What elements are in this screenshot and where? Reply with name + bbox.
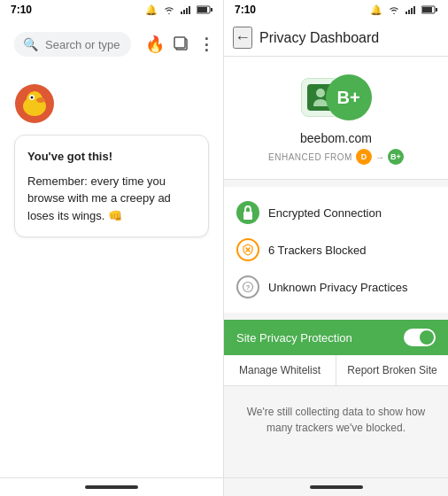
svg-text:?: ?: [246, 283, 251, 291]
chat-greeting: You've got this!: [27, 148, 196, 166]
grade-to: B+: [388, 149, 404, 165]
encrypted-text: Encrypted Connection: [268, 206, 382, 220]
status-bar: 7:10 🔔 7:10 🔔: [0, 0, 448, 19]
duck-logo: [14, 83, 55, 124]
unknown-text: Unknown Privacy Practices: [268, 281, 408, 294]
search-bar[interactable]: 🔍: [14, 32, 131, 57]
svg-rect-8: [408, 10, 410, 14]
trackers-text: 6 Trackers Blocked: [268, 244, 367, 257]
toggle-knob: [420, 330, 434, 345]
left-time: 7:10: [11, 4, 32, 16]
svg-rect-0: [181, 12, 182, 14]
enhanced-row: ENHANCED FROM D → B+: [268, 149, 404, 165]
trackers-icon: [236, 238, 259, 261]
right-status-bar: 7:10 🔔: [224, 0, 448, 19]
svg-rect-13: [436, 8, 437, 12]
privacy-item-unknown: ? Unknown Privacy Practices: [224, 268, 448, 306]
question-icon: ?: [242, 281, 254, 293]
svg-rect-10: [413, 6, 415, 14]
svg-rect-5: [197, 7, 207, 12]
right-status-icons: 🔔: [370, 4, 437, 16]
more-options-button[interactable]: ⋮: [197, 33, 216, 56]
chat-area: You've got this! Remember: every time yo…: [0, 69, 223, 477]
svg-rect-9: [411, 8, 413, 14]
privacy-content: B+ beebom.com ENHANCED FROM D → B+: [224, 57, 448, 477]
chat-bubble: You've got this! Remember: every time yo…: [14, 135, 209, 237]
site-name: beebom.com: [300, 131, 372, 145]
right-header: ← Privacy Dashboard: [224, 19, 448, 57]
fire-icon-button[interactable]: 🔥: [143, 33, 166, 56]
site-protection-row[interactable]: Site Privacy Protection: [224, 320, 448, 355]
manage-whitelist-button[interactable]: Manage Whitelist: [224, 355, 336, 385]
unknown-icon: ?: [236, 275, 259, 298]
left-status-bar: 7:10 🔔: [0, 0, 224, 19]
protection-toggle[interactable]: [404, 329, 436, 346]
back-button[interactable]: ←: [233, 27, 252, 49]
signal-icon-right: [406, 5, 416, 14]
alarm-icon-right: 🔔: [370, 4, 382, 16]
right-panel: ← Privacy Dashboard: [224, 19, 448, 496]
privacy-item-trackers: 6 Trackers Blocked: [224, 231, 448, 268]
svg-rect-12: [422, 7, 432, 12]
battery-icon: [197, 5, 212, 14]
wifi-icon: [163, 5, 175, 14]
lock-icon: [242, 205, 254, 220]
right-home-indicator: [310, 485, 363, 489]
site-protection-label: Site Privacy Protection: [236, 331, 352, 345]
svg-rect-23: [243, 212, 252, 220]
svg-rect-6: [211, 8, 212, 12]
signal-icon: [181, 5, 191, 14]
duckduckgo-logo: [14, 83, 55, 124]
grade-from: D: [356, 149, 372, 165]
right-bottom-nav: [224, 477, 448, 496]
svg-point-21: [36, 97, 45, 103]
alarm-icon: 🔔: [145, 4, 158, 16]
page-title: Privacy Dashboard: [259, 30, 379, 46]
svg-rect-3: [189, 6, 190, 14]
svg-point-20: [31, 97, 34, 99]
report-broken-button[interactable]: Report Broken Site: [336, 355, 448, 385]
shield-x-icon: [242, 244, 254, 256]
search-input[interactable]: [45, 38, 122, 51]
grade-label: B+: [336, 88, 359, 108]
encrypted-icon: [236, 201, 259, 224]
enhanced-label: ENHANCED FROM: [268, 152, 352, 162]
grade-icon-container: B+: [301, 71, 372, 124]
search-icon: 🔍: [23, 37, 38, 51]
svg-rect-1: [183, 10, 185, 14]
tabs-icon-button[interactable]: [172, 35, 191, 54]
svg-point-22: [316, 89, 325, 97]
svg-rect-15: [174, 37, 185, 48]
svg-rect-2: [186, 8, 188, 14]
battery-icon-right: [421, 5, 437, 14]
left-panel: 🔍 🔥 ⋮: [0, 19, 224, 496]
privacy-list: Encrypted Connection 6 Trackers Blocked: [224, 187, 448, 313]
left-status-icons: 🔔: [145, 4, 212, 16]
arrow-icon: →: [375, 152, 384, 162]
privacy-item-encrypted: Encrypted Connection: [224, 194, 448, 231]
left-home-indicator: [85, 485, 138, 489]
chat-message: Remember: every time you browse with me …: [27, 173, 196, 225]
main-split: 🔍 🔥 ⋮: [0, 19, 448, 496]
site-card: B+ beebom.com ENHANCED FROM D → B+: [224, 57, 448, 180]
action-buttons: Manage Whitelist Report Broken Site: [224, 355, 448, 386]
info-text: We're still collecting data to show how …: [224, 386, 448, 453]
right-time: 7:10: [235, 4, 256, 16]
svg-rect-7: [406, 12, 407, 14]
wifi-icon-right: [388, 5, 400, 14]
tabs-icon: [174, 36, 189, 52]
search-row: 🔍 🔥 ⋮: [0, 19, 223, 69]
grade-circle: B+: [326, 74, 372, 120]
left-bottom-nav: [0, 477, 223, 496]
